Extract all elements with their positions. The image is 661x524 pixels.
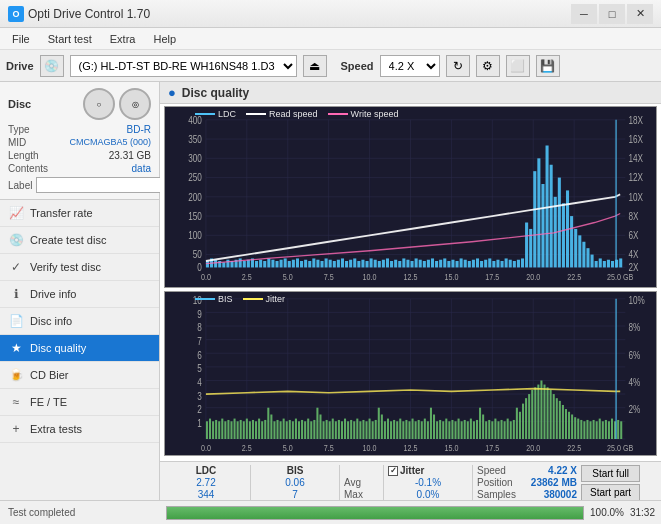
- maximize-button[interactable]: □: [599, 4, 625, 24]
- svg-rect-122: [501, 261, 504, 267]
- svg-rect-101: [415, 258, 418, 267]
- svg-rect-203: [209, 418, 211, 438]
- svg-rect-117: [480, 261, 483, 267]
- start-part-button[interactable]: Start part: [581, 484, 640, 501]
- nav-drive-info[interactable]: ℹ Drive info: [0, 281, 159, 308]
- svg-rect-272: [421, 421, 423, 439]
- drive-select[interactable]: (G:) HL-DT-ST BD-RE WH16NS48 1.D3: [70, 55, 297, 77]
- app-title: Opti Drive Control 1.70: [28, 7, 150, 21]
- nav-create-test-disc[interactable]: 💿 Create test disc: [0, 227, 159, 254]
- svg-rect-258: [378, 407, 380, 438]
- svg-rect-238: [316, 407, 318, 438]
- svg-rect-302: [513, 420, 515, 439]
- svg-rect-144: [591, 255, 594, 268]
- settings-button[interactable]: ⚙: [476, 55, 500, 77]
- jitter-checkbox[interactable]: ✓: [388, 466, 398, 476]
- save-button[interactable]: 💾: [536, 55, 560, 77]
- menu-extra[interactable]: Extra: [102, 31, 144, 47]
- svg-rect-87: [357, 261, 360, 267]
- svg-rect-234: [304, 421, 306, 439]
- svg-rect-142: [582, 242, 585, 268]
- svg-text:18X: 18X: [628, 115, 643, 126]
- svg-rect-79: [325, 258, 328, 267]
- compare-button[interactable]: ⬜: [506, 55, 530, 77]
- svg-rect-149: [611, 261, 614, 267]
- svg-rect-113: [464, 260, 467, 268]
- ldc-avg-value: 2.72: [166, 477, 246, 488]
- svg-rect-99: [406, 260, 409, 268]
- nav-disc-info[interactable]: 📄 Disc info: [0, 308, 159, 335]
- svg-rect-74: [304, 260, 307, 268]
- svg-rect-244: [335, 421, 337, 439]
- menu-file[interactable]: File: [4, 31, 38, 47]
- nav-fe-te[interactable]: ≈ FE / TE: [0, 389, 159, 416]
- svg-text:12.5: 12.5: [404, 442, 418, 453]
- svg-rect-263: [393, 420, 395, 439]
- eject-button[interactable]: ⏏: [303, 55, 327, 77]
- transfer-rate-icon: 📈: [8, 205, 24, 221]
- svg-text:10%: 10%: [628, 294, 645, 306]
- svg-rect-256: [372, 421, 374, 439]
- action-buttons: Start full Start part: [581, 465, 640, 501]
- drive-icon[interactable]: 💿: [40, 55, 64, 77]
- read-speed-legend-label: Read speed: [269, 109, 318, 119]
- svg-rect-315: [553, 394, 555, 439]
- nav-cd-bier[interactable]: 🍺 CD Bier: [0, 362, 159, 389]
- label-input[interactable]: [36, 177, 169, 193]
- svg-rect-94: [386, 258, 389, 267]
- quality-panel-title: Disc quality: [182, 86, 249, 100]
- svg-rect-271: [418, 420, 420, 439]
- titlebar: O Opti Drive Control 1.70 ─ □ ✕: [0, 0, 661, 28]
- create-test-disc-icon: 💿: [8, 232, 24, 248]
- nav-extra-tests[interactable]: + Extra tests: [0, 416, 159, 443]
- svg-text:15.0: 15.0: [444, 442, 458, 453]
- svg-rect-131: [537, 158, 540, 267]
- ldc-legend-label: LDC: [218, 109, 236, 119]
- position-row: Position 23862 MB: [477, 477, 577, 488]
- start-full-button[interactable]: Start full: [581, 465, 640, 482]
- svg-rect-140: [574, 229, 577, 268]
- svg-rect-243: [332, 418, 334, 438]
- disc-mid-row: MID CMCMAGBA5 (000): [8, 137, 151, 148]
- svg-rect-207: [221, 418, 223, 438]
- svg-text:300: 300: [188, 153, 202, 164]
- svg-rect-86: [353, 258, 356, 267]
- svg-rect-283: [454, 421, 456, 439]
- svg-text:15.0: 15.0: [444, 273, 458, 283]
- svg-rect-91: [374, 260, 377, 268]
- nav-create-test-disc-label: Create test disc: [30, 234, 106, 246]
- close-button[interactable]: ✕: [627, 4, 653, 24]
- mid-value: CMCMAGBA5 (000): [69, 137, 151, 148]
- svg-rect-316: [556, 398, 558, 439]
- menu-help[interactable]: Help: [145, 31, 184, 47]
- svg-rect-81: [333, 261, 336, 267]
- nav-verify-test-disc[interactable]: ✓ Verify test disc: [0, 254, 159, 281]
- jitter-header: ✓ Jitter: [388, 465, 468, 476]
- svg-rect-223: [270, 414, 272, 438]
- svg-text:14X: 14X: [628, 153, 643, 164]
- svg-rect-337: [620, 421, 622, 439]
- svg-rect-134: [550, 165, 553, 268]
- bottom-progress-area: 100.0% 31:32: [160, 500, 661, 524]
- jitter-avg-value: -0.1%: [388, 477, 468, 488]
- svg-rect-319: [565, 409, 567, 439]
- svg-text:22.5: 22.5: [567, 273, 581, 283]
- svg-rect-90: [370, 258, 373, 267]
- refresh-button[interactable]: ↻: [446, 55, 470, 77]
- svg-rect-291: [479, 407, 481, 438]
- drive-info-icon: ℹ: [8, 286, 24, 302]
- nav-transfer-rate[interactable]: 📈 Transfer rate: [0, 200, 159, 227]
- svg-rect-106: [435, 261, 438, 267]
- nav-disc-quality[interactable]: ★ Disc quality: [0, 335, 159, 362]
- minimize-button[interactable]: ─: [571, 4, 597, 24]
- drivebar: Drive 💿 (G:) HL-DT-ST BD-RE WH16NS48 1.D…: [0, 50, 661, 82]
- svg-text:10X: 10X: [628, 192, 643, 203]
- svg-rect-146: [599, 258, 602, 267]
- menu-start-test[interactable]: Start test: [40, 31, 100, 47]
- svg-text:5.0: 5.0: [283, 273, 293, 283]
- chart2-legend: BIS Jitter: [195, 294, 285, 304]
- svg-rect-83: [341, 258, 344, 267]
- svg-rect-307: [528, 394, 530, 439]
- disc-panel-title: Disc: [8, 98, 31, 110]
- speed-select[interactable]: 4.2 X: [380, 55, 440, 77]
